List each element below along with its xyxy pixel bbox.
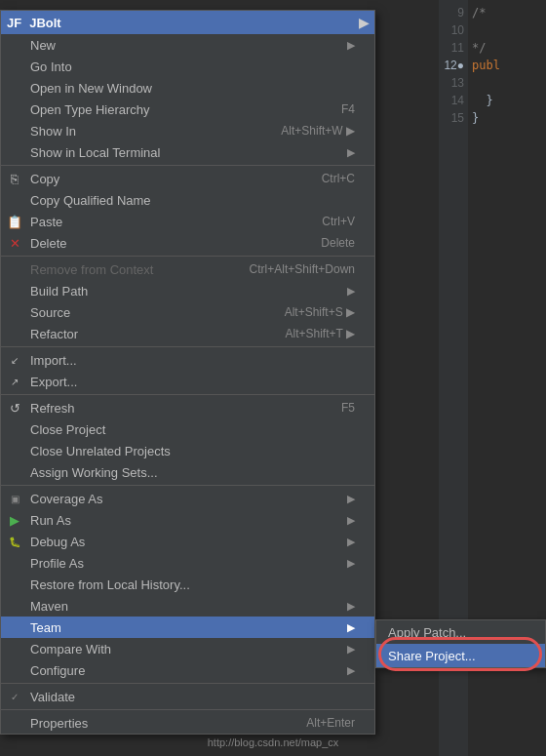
watermark: http://blog.csdn.net/map_cx (208, 736, 339, 748)
menu-item-maven[interactable]: Maven ▶ (1, 595, 374, 617)
menu-item-run-as[interactable]: ▶ Run As ▶ (1, 509, 374, 531)
menu-item-show-local-terminal[interactable]: Show in Local Terminal ▶ (1, 141, 374, 163)
menu-item-profile-as[interactable]: Profile As ▶ (1, 552, 374, 574)
menu-item-debug-as-label: Debug As (30, 535, 85, 549)
refresh-icon: ↺ (5, 401, 24, 416)
delete-icon: ✕ (5, 236, 24, 251)
menu-item-show-in-label: Show In (30, 124, 76, 139)
menu-item-show-in[interactable]: Show In Alt+Shift+W ▶ (1, 120, 374, 141)
menu-item-build-path-label: Build Path (30, 284, 88, 298)
menu-item-validate[interactable]: ✓ Validate (1, 686, 374, 707)
menu-item-new-label: New (30, 38, 56, 53)
menu-item-refactor-label: Refactor (30, 327, 78, 341)
code-line-14: } (472, 92, 542, 109)
menu-item-run-as-label: Run As (30, 513, 71, 528)
menu-item-open-new-window-label: Open in New Window (30, 81, 152, 96)
submenu-item-share-project-label: Share Project... (388, 649, 476, 663)
menu-item-go-into-label: Go Into (30, 60, 72, 74)
line-num-10: 10 (439, 21, 468, 39)
delete-shortcut: Delete (301, 236, 355, 250)
separator-1 (1, 165, 374, 166)
menu-item-configure-label: Configure (30, 663, 85, 678)
submenu-item-apply-patch[interactable]: Apply Patch... (376, 620, 545, 644)
menu-item-remove-context-label: Remove from Context (30, 262, 153, 277)
menu-item-copy-label: Copy (30, 172, 59, 186)
configure-arrow-icon: ▶ (347, 664, 355, 677)
menu-item-profile-as-label: Profile As (30, 556, 84, 571)
menu-item-import[interactable]: ↙ Import... (1, 349, 374, 371)
menu-item-show-local-terminal-label: Show in Local Terminal (30, 145, 160, 160)
submenu-item-apply-patch-label: Apply Patch... (388, 625, 466, 640)
profile-arrow-icon: ▶ (347, 557, 355, 570)
menu-item-compare-with[interactable]: Compare With ▶ (1, 638, 374, 659)
menu-item-debug-as[interactable]: 🐛 Debug As ▶ (1, 531, 374, 552)
menu-item-restore-history-label: Restore from Local History... (30, 577, 190, 592)
compare-arrow-icon: ▶ (347, 643, 355, 656)
refresh-shortcut: F5 (322, 401, 355, 415)
menu-item-restore-history[interactable]: Restore from Local History... (1, 574, 374, 595)
run-icon: ▶ (5, 513, 24, 528)
menu-item-properties[interactable]: Properties Alt+Enter (1, 712, 374, 734)
menu-item-import-label: Import... (30, 353, 77, 368)
menu-item-new[interactable]: New ▶ (1, 34, 374, 56)
menu-header: JF JBolt ▶ (1, 11, 374, 34)
menu-item-configure[interactable]: Configure ▶ (1, 659, 374, 681)
menu-item-close-unrelated[interactable]: Close Unrelated Projects (1, 440, 374, 461)
copy-icon: ⎘ (5, 172, 24, 186)
menu-item-export-label: Export... (30, 375, 77, 389)
separator-7 (1, 709, 374, 710)
refactor-shortcut: Alt+Shift+T ▶ (266, 327, 355, 340)
open-type-hierarchy-shortcut: F4 (322, 102, 355, 116)
menu-item-close-project[interactable]: Close Project (1, 418, 374, 440)
menu-item-refactor[interactable]: Refactor Alt+Shift+T ▶ (1, 323, 374, 344)
menu-item-copy-qualified-name[interactable]: Copy Qualified Name (1, 189, 374, 211)
properties-shortcut: Alt+Enter (287, 716, 355, 730)
team-submenu: Apply Patch... Share Project... (375, 619, 546, 668)
menu-item-open-new-window[interactable]: Open in New Window (1, 77, 374, 99)
code-line-9: /* (472, 4, 542, 21)
menu-item-source[interactable]: Source Alt+Shift+S ▶ (1, 301, 374, 323)
context-menu: JF JBolt ▶ New ▶ Go Into Open in New Win… (0, 10, 375, 735)
line-num-11: 11 (439, 39, 468, 57)
new-arrow-icon: ▶ (347, 39, 355, 52)
import-icon: ↙ (5, 355, 24, 366)
paste-shortcut: Ctrl+V (302, 215, 355, 228)
menu-item-go-into[interactable]: Go Into (1, 56, 374, 77)
menu-item-validate-label: Validate (30, 690, 75, 704)
menu-item-build-path[interactable]: Build Path ▶ (1, 280, 374, 301)
coverage-arrow-icon: ▶ (347, 493, 355, 505)
menu-item-team[interactable]: Team ▶ (1, 617, 374, 638)
menu-item-open-type-hierarchy[interactable]: Open Type Hierarchy F4 (1, 99, 374, 120)
menu-item-delete[interactable]: ✕ Delete Delete (1, 232, 374, 254)
menu-item-export[interactable]: ↗ Export... (1, 371, 374, 392)
menu-item-copy[interactable]: ⎘ Copy Ctrl+C (1, 168, 374, 189)
debug-icon: 🐛 (5, 537, 24, 547)
code-line-10 (472, 21, 542, 39)
run-arrow-icon: ▶ (347, 514, 355, 527)
maven-arrow-icon: ▶ (347, 600, 355, 613)
menu-item-paste[interactable]: 📋 Paste Ctrl+V (1, 211, 374, 232)
menu-item-delete-label: Delete (30, 236, 67, 251)
menu-item-refresh[interactable]: ↺ Refresh F5 (1, 397, 374, 418)
separator-6 (1, 683, 374, 684)
export-icon: ↗ (5, 377, 24, 387)
jf-badge: JF (7, 16, 21, 30)
menu-item-close-unrelated-label: Close Unrelated Projects (30, 444, 171, 458)
menu-item-close-project-label: Close Project (30, 422, 105, 437)
menu-item-compare-with-label: Compare With (30, 642, 111, 657)
separator-4 (1, 394, 374, 395)
menu-item-maven-label: Maven (30, 599, 68, 614)
header-arrow-icon: ▶ (359, 16, 369, 30)
menu-item-remove-context: Remove from Context Ctrl+Alt+Shift+Down (1, 259, 374, 280)
header-title: JBolt (29, 16, 61, 30)
source-shortcut: Alt+Shift+S ▶ (265, 305, 355, 319)
submenu-item-share-project[interactable]: Share Project... (376, 644, 545, 667)
menu-item-coverage-as[interactable]: ▣ Coverage As ▶ (1, 488, 374, 509)
menu-item-paste-label: Paste (30, 215, 62, 229)
menu-item-assign-working-sets[interactable]: Assign Working Sets... (1, 461, 374, 483)
build-path-arrow-icon: ▶ (347, 285, 355, 298)
coverage-icon: ▣ (5, 494, 24, 504)
menu-item-open-type-hierarchy-label: Open Type Hierarchy (30, 102, 150, 117)
menu-item-team-label: Team (30, 620, 61, 635)
line-num-15: 15 (439, 109, 468, 127)
